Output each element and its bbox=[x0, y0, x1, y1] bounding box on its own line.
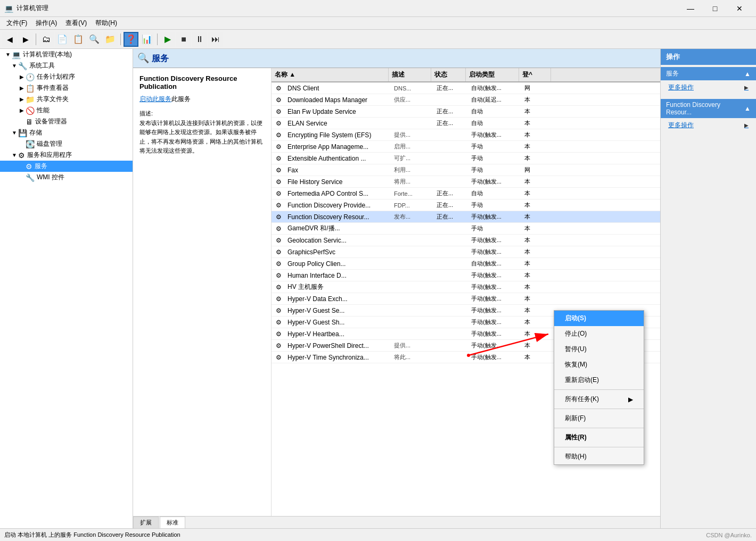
svc-startup: 自动(触发... bbox=[469, 83, 522, 93]
service-row-geo[interactable]: ⚙ Geolocation Servic... 手动(触发... 本 bbox=[272, 235, 660, 246]
ctx-sep-3 bbox=[554, 428, 644, 428]
service-row-fdr[interactable]: ⚙ Function Discovery Resour... 发布... 正在.… bbox=[272, 211, 660, 223]
service-row-gamedvr[interactable]: ⚙ GameDVR 和/播... 手动 本 bbox=[272, 223, 660, 235]
forward-button[interactable]: ▶ bbox=[18, 32, 33, 47]
svc-desc bbox=[392, 333, 434, 335]
svc-status: 正在... bbox=[434, 118, 469, 128]
ctx-restart[interactable]: 重新启动(E) bbox=[554, 372, 644, 388]
svc-gear-icon: ⚙ bbox=[274, 353, 283, 362]
svc-status bbox=[434, 181, 469, 183]
col-header-desc[interactable]: 描述 bbox=[389, 68, 431, 81]
service-row-fax[interactable]: ⚙ Fax 利用... 手动 网 bbox=[272, 164, 660, 176]
pause-button[interactable]: ⏸ bbox=[192, 32, 207, 47]
tabs-bar: 扩展 标准 bbox=[133, 516, 660, 528]
tree-label-storage: 存储 bbox=[29, 128, 42, 137]
tree-disk-management[interactable]: 💽 磁盘管理 bbox=[0, 138, 133, 149]
fdr-title-label: Function Discovery Resour... bbox=[666, 101, 744, 116]
tree-task-scheduler[interactable]: ▶ 🕐 任务计划程序 bbox=[0, 71, 133, 82]
toolbar-btn-folder[interactable]: 🗂 bbox=[39, 32, 54, 47]
menu-file[interactable]: 文件(F) bbox=[2, 18, 31, 29]
ctx-all-tasks[interactable]: 所有任务(K) ▶ bbox=[554, 392, 644, 407]
tree-system-tools[interactable]: ▼ 🔧 系统工具 bbox=[0, 60, 133, 71]
toolbar-btn-clipboard[interactable]: 📋 bbox=[71, 32, 86, 47]
toolbar-btn-search[interactable]: 🔍 bbox=[87, 32, 102, 47]
toolbar-btn-help[interactable]: ❓ bbox=[124, 32, 138, 47]
service-row-dns[interactable]: ⚙ DNS Client DNS... 正在... 自动(触发... 网 bbox=[272, 82, 660, 94]
svc-gear-icon: ⚙ bbox=[274, 271, 283, 280]
toolbar-btn-grid[interactable]: 📊 bbox=[139, 32, 154, 47]
section-expand-icon: ▲ bbox=[744, 70, 751, 78]
svc-logon: 本 bbox=[522, 270, 554, 280]
svc-name: Human Interface D... bbox=[285, 271, 392, 280]
tab-expand[interactable]: 扩展 bbox=[133, 517, 159, 528]
minimize-button[interactable]: — bbox=[678, 0, 703, 17]
tree-label-root: 计算机管理(本地) bbox=[23, 50, 72, 59]
ctx-refresh[interactable]: 刷新(F) bbox=[554, 411, 644, 426]
service-row-graphics[interactable]: ⚙ GraphicsPerfSvc 手动(触发... 本 bbox=[272, 246, 660, 258]
menu-action[interactable]: 操作(A) bbox=[31, 18, 61, 29]
service-row-hyperv-data[interactable]: ⚙ Hyper-V Data Exch... 手动(触发... 本 bbox=[272, 293, 660, 305]
col-header-name[interactable]: 名称 ▲ bbox=[272, 68, 389, 81]
service-row-enterprise[interactable]: ⚙ Enterprise App Manageme... 启用... 手动 本 bbox=[272, 141, 660, 153]
start-service-link[interactable]: 启动此服务 bbox=[139, 95, 171, 103]
svc-name: Fortemedia APO Control S... bbox=[285, 189, 392, 198]
tree-device-manager[interactable]: 🖥 设备管理器 bbox=[0, 116, 133, 127]
tree-services[interactable]: ⚙ 服务 bbox=[0, 161, 133, 172]
service-row-hvhost[interactable]: ⚙ HV 主机服务 手动(触发... 本 bbox=[272, 281, 660, 293]
tree-shared-folders[interactable]: ▶ 📁 共享文件夹 bbox=[0, 94, 133, 105]
service-row-fdp[interactable]: ⚙ Function Discovery Provide... FDP... 正… bbox=[272, 199, 660, 211]
disk-icon: 💽 bbox=[26, 140, 35, 148]
action-more-fdr[interactable]: 更多操作 ▶ bbox=[661, 118, 756, 132]
service-row-maps[interactable]: ⚙ Downloaded Maps Manager 供应... 自动(延迟...… bbox=[272, 94, 660, 106]
service-row-elan[interactable]: ⚙ ELAN Service 正在... 自动 本 bbox=[272, 118, 660, 129]
close-button[interactable]: ✕ bbox=[727, 0, 752, 17]
service-row-elan-fw[interactable]: ⚙ Elan Fw Update Service 正在... 自动 本 bbox=[272, 106, 660, 118]
col-header-status[interactable]: 状态 bbox=[431, 68, 466, 81]
tab-standard[interactable]: 标准 bbox=[160, 517, 185, 528]
service-row-grouppolicy[interactable]: ⚙ Group Policy Clien... 自动(触发... 本 bbox=[272, 258, 660, 270]
toolbar-btn-doc[interactable]: 📄 bbox=[55, 32, 70, 47]
svc-name: Encrypting File System (EFS) bbox=[285, 130, 392, 140]
ctx-properties[interactable]: 属性(R) bbox=[554, 430, 644, 445]
skip-button[interactable]: ⏭ bbox=[208, 32, 223, 47]
tree-storage[interactable]: ▼ 💾 存储 bbox=[0, 127, 133, 138]
svc-logon: 本 bbox=[522, 235, 554, 245]
tree-services-apps[interactable]: ▼ ⚙ 服务和应用程序 bbox=[0, 149, 133, 161]
svc-name: Elan Fw Update Service bbox=[285, 107, 392, 116]
svc-name: Downloaded Maps Manager bbox=[285, 95, 392, 105]
ctx-pause[interactable]: 暂停(U) bbox=[554, 342, 644, 357]
svc-logon: 本 bbox=[522, 247, 554, 257]
tree-event-viewer[interactable]: ▶ 📋 事件查看器 bbox=[0, 82, 133, 94]
svc-desc: 提供... bbox=[392, 340, 434, 351]
ctx-resume[interactable]: 恢复(M) bbox=[554, 357, 644, 372]
tools-icon: 🔧 bbox=[18, 62, 27, 70]
svc-gear-icon: ⚙ bbox=[274, 282, 283, 292]
toolbar-btn-folder2[interactable]: 📁 bbox=[103, 32, 118, 47]
back-button[interactable]: ◀ bbox=[2, 32, 17, 47]
play-button[interactable]: ▶ bbox=[160, 32, 175, 47]
col-header-logon[interactable]: 登^ bbox=[519, 68, 551, 81]
action-more-services[interactable]: 更多操作 ▶ bbox=[661, 80, 756, 95]
ctx-help[interactable]: 帮助(H) bbox=[554, 449, 644, 464]
tree-root[interactable]: ▼ 💻 计算机管理(本地) bbox=[0, 49, 133, 60]
service-row-ext-auth[interactable]: ⚙ Extensible Authentication ... 可扩... 手动… bbox=[272, 153, 660, 164]
service-row-forte[interactable]: ⚙ Fortemedia APO Control S... Forte... 正… bbox=[272, 188, 660, 199]
service-row-efs[interactable]: ⚙ Encrypting File System (EFS) 提供... 手动(… bbox=[272, 129, 660, 141]
ctx-stop[interactable]: 停止(O) bbox=[554, 326, 644, 342]
col-header-startup[interactable]: 启动类型 bbox=[466, 68, 519, 81]
menu-view[interactable]: 查看(V) bbox=[61, 18, 91, 29]
tree-wmi[interactable]: 🔧 WMI 控件 bbox=[0, 172, 133, 183]
maximize-button[interactable]: □ bbox=[703, 0, 727, 17]
ctx-all-tasks-label: 所有任务(K) bbox=[565, 395, 599, 404]
service-row-hid[interactable]: ⚙ Human Interface D... 手动(触发... 本 bbox=[272, 270, 660, 281]
ctx-start[interactable]: 启动(S) bbox=[554, 311, 644, 326]
service-row-filehistory[interactable]: ⚙ File History Service 将用... 手动(触发... 本 bbox=[272, 176, 660, 188]
svc-gear-icon: ⚙ bbox=[274, 212, 283, 222]
services-title: 服务 bbox=[152, 54, 169, 63]
svc-gear-icon: ⚙ bbox=[274, 247, 283, 257]
svc-name: Function Discovery Provide... bbox=[285, 201, 392, 210]
menu-help[interactable]: 帮助(H) bbox=[91, 18, 121, 29]
stop-button[interactable]: ■ bbox=[176, 32, 191, 47]
tree-performance[interactable]: ▶ 🚫 性能 bbox=[0, 105, 133, 116]
svc-name: Function Discovery Resour... bbox=[285, 212, 392, 222]
